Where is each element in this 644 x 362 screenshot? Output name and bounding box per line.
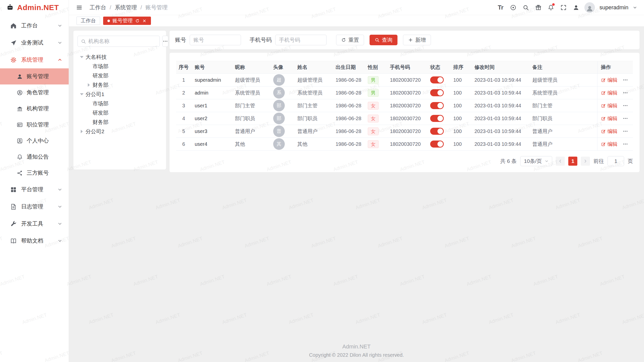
row-more-button[interactable]: [623, 103, 628, 108]
add-button[interactable]: 新增: [403, 35, 431, 45]
tab-label: 工作台: [81, 17, 96, 24]
status-toggle[interactable]: [430, 128, 444, 135]
breadcrumb-item[interactable]: 系统管理: [115, 4, 137, 11]
page-tab[interactable]: 账号管理: [103, 17, 151, 25]
fullscreen-icon[interactable]: [559, 3, 568, 12]
user-avatar[interactable]: [584, 2, 595, 13]
row-more-button[interactable]: [623, 90, 628, 96]
status-toggle[interactable]: [430, 141, 444, 148]
chevron-down-icon: [57, 204, 63, 209]
sidebar-subitem[interactable]: 通知公告: [0, 149, 69, 165]
sidebar-item[interactable]: 平台管理: [0, 181, 69, 198]
sidebar-item[interactable]: 工作台: [0, 17, 69, 34]
edit-label: 编辑: [608, 77, 618, 83]
gender-tag: 女: [368, 140, 379, 148]
tree-node[interactable]: 分公司1: [77, 89, 162, 99]
org-tree-panel: 大名科技市场部研发部财务部分公司1市场部研发部财务部分公司2: [73, 31, 166, 169]
search-icon: [375, 37, 380, 42]
status-toggle[interactable]: [430, 102, 444, 109]
close-icon[interactable]: [142, 19, 147, 23]
sidebar-subitem[interactable]: 机构管理: [0, 101, 69, 117]
chevron-down-icon[interactable]: [632, 5, 637, 10]
logo[interactable]: Admin.NET: [0, 0, 69, 15]
status-toggle[interactable]: [430, 76, 444, 83]
fontsize-icon[interactable]: Tr: [496, 3, 505, 12]
tree-node[interactable]: 分公司2: [77, 127, 162, 136]
sidebar-subitem[interactable]: 账号管理: [0, 68, 69, 84]
sidebar-item[interactable]: 帮助文档: [0, 232, 69, 249]
chevron-down-icon: [544, 159, 549, 163]
refresh-icon[interactable]: [135, 19, 140, 23]
tree-node[interactable]: 财务部: [77, 80, 162, 89]
status-toggle[interactable]: [430, 115, 444, 122]
edit-button[interactable]: 编辑: [601, 115, 618, 122]
locale-icon[interactable]: [509, 3, 517, 12]
plus-icon: [408, 37, 413, 42]
tree-node[interactable]: 市场部: [77, 99, 162, 108]
account-input[interactable]: [190, 35, 241, 45]
username[interactable]: superadmin: [599, 4, 628, 11]
notification-bell-icon[interactable]: [547, 3, 555, 12]
status-toggle[interactable]: [430, 89, 444, 96]
sidebar-item[interactable]: 日志管理: [0, 198, 69, 215]
org-search-input[interactable]: [88, 38, 156, 44]
sidebar-subitem[interactable]: 三方账号: [0, 165, 69, 181]
edit-button[interactable]: 编辑: [601, 89, 618, 96]
goto-page-input[interactable]: [608, 156, 624, 166]
cell-avatar: 其: [270, 138, 294, 151]
tree-node[interactable]: 研发部: [77, 71, 162, 80]
row-more-button[interactable]: [623, 141, 628, 147]
sidebar-subitem[interactable]: 角色管理: [0, 84, 69, 101]
tree-expand-icon[interactable]: [86, 83, 92, 87]
query-button[interactable]: 查询: [370, 35, 397, 45]
row-more-button[interactable]: [623, 77, 628, 83]
page-number-button[interactable]: 1: [568, 157, 577, 166]
edit-button[interactable]: 编辑: [601, 128, 618, 135]
edit-button[interactable]: 编辑: [601, 102, 618, 109]
cell-index: 4: [176, 112, 191, 125]
cell-gender: 女: [364, 112, 386, 125]
tree-node[interactable]: 大名科技: [77, 52, 162, 62]
prev-page-button[interactable]: [556, 157, 565, 166]
chevron-up-icon: [57, 57, 63, 63]
sidebar-item[interactable]: 开发工具: [0, 215, 69, 232]
tree-expand-icon[interactable]: [78, 56, 85, 58]
user-icon[interactable]: [572, 3, 580, 12]
edit-button[interactable]: 编辑: [601, 77, 618, 83]
row-more-button[interactable]: [623, 116, 628, 121]
row-more-button[interactable]: [623, 128, 628, 134]
cell-name: 系统管理员: [294, 86, 332, 99]
reset-button[interactable]: 重置: [336, 35, 364, 45]
tree-expand-icon[interactable]: [78, 93, 85, 95]
org-more-button[interactable]: [162, 36, 168, 47]
cell-remark: 普通用户: [529, 138, 597, 151]
sidebar-item[interactable]: 业务测试: [0, 34, 69, 51]
share-icon: [16, 169, 23, 176]
breadcrumb-item[interactable]: 工作台: [90, 4, 106, 11]
tree-node[interactable]: 研发部: [77, 108, 162, 117]
next-page-button[interactable]: [581, 157, 590, 166]
tree-expand-icon[interactable]: [78, 130, 85, 133]
edit-button[interactable]: 编辑: [601, 141, 618, 148]
tab-label: 账号管理: [112, 17, 133, 24]
hamburger-menu-icon[interactable]: [75, 3, 84, 12]
page-size-value: 10条/页: [524, 158, 542, 165]
users-table-panel: 序号账号昵称头像姓名出生日期性别手机号码状态排序修改时间备注操作 1supera…: [170, 53, 639, 172]
phone-input[interactable]: [275, 35, 327, 45]
column-header: 昵称: [231, 61, 270, 74]
page-tab[interactable]: 工作台: [76, 17, 100, 25]
tree-node[interactable]: 市场部: [77, 62, 162, 71]
cell-modified-time: 2023-01-03 10:59:44: [471, 74, 529, 86]
theme-icon[interactable]: [534, 3, 543, 12]
cell-sort: 100: [450, 125, 471, 138]
page-size-select[interactable]: 10条/页: [520, 156, 552, 166]
chevron-down-icon: [57, 187, 63, 192]
sidebar-subitem[interactable]: 个人中心: [0, 133, 69, 149]
gender-tag: 男: [368, 76, 379, 84]
search-icon[interactable]: [521, 3, 530, 12]
sidebar-subitem[interactable]: 职位管理: [0, 117, 69, 133]
cell-gender: 男: [364, 74, 386, 86]
tree-node[interactable]: 财务部: [77, 117, 162, 127]
cell-actions: 编辑: [597, 74, 633, 86]
sidebar-item[interactable]: 系统管理: [0, 51, 69, 68]
